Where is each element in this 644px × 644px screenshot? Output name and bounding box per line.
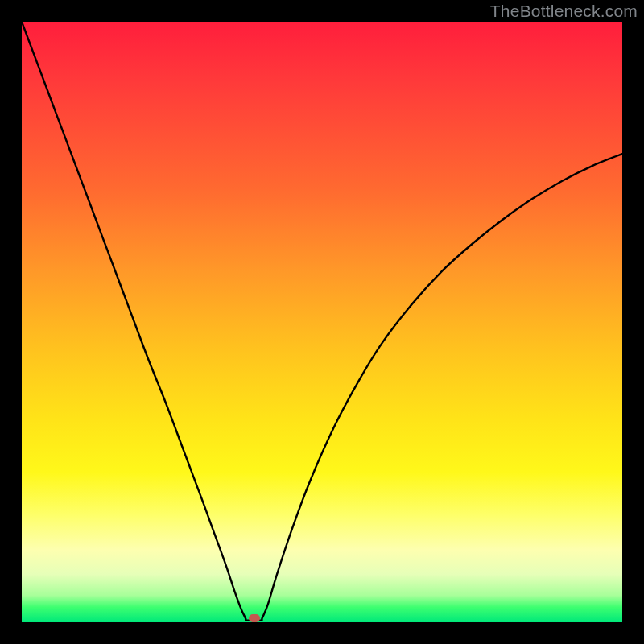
bottleneck-curve: [22, 22, 622, 621]
optimal-point-marker: [249, 614, 260, 622]
chart-frame: TheBottleneck.com: [0, 0, 644, 644]
curve-svg: [22, 22, 622, 622]
plot-area: [22, 22, 622, 622]
watermark-text: TheBottleneck.com: [490, 2, 638, 21]
